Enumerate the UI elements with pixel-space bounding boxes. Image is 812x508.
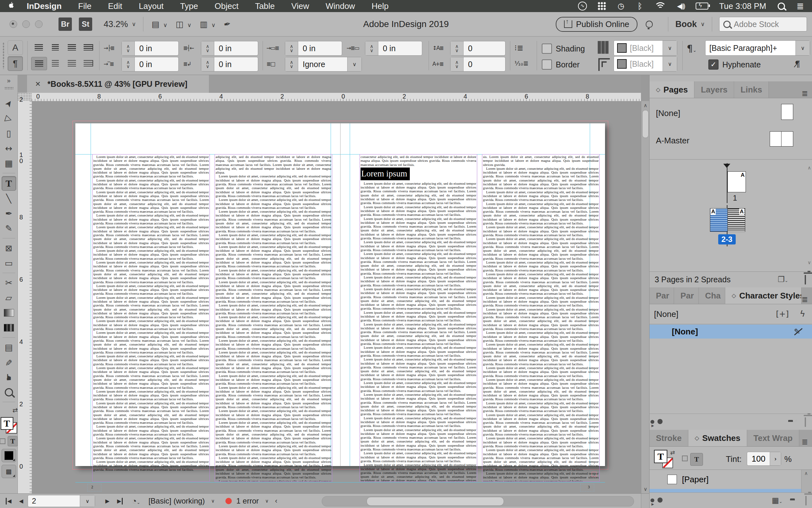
zoom-level-chevron-icon[interactable]: ∨ xyxy=(132,21,136,28)
master-a-right-thumbnail[interactable] xyxy=(781,131,793,146)
previous-page-button[interactable]: ◀ xyxy=(19,498,23,505)
first-line-indent-stepper[interactable]: ∧∨ xyxy=(122,57,135,71)
lightbulb-icon[interactable] xyxy=(646,21,653,28)
align-center-button[interactable] xyxy=(48,41,63,54)
border-corner-icon[interactable] xyxy=(598,58,610,71)
tab-cha[interactable]: Cha xyxy=(699,287,726,304)
scroll-up-icon[interactable]: ∧ xyxy=(641,102,649,109)
apply-color-button[interactable] xyxy=(2,449,16,462)
swap-fill-stroke-icon[interactable]: ⇄ xyxy=(12,406,18,414)
panel-grip[interactable] xyxy=(3,42,4,69)
shading-grid-icon[interactable] xyxy=(598,41,608,54)
align-to-grid-stepper[interactable]: ∧∨ xyxy=(285,57,298,71)
apple-menu[interactable] xyxy=(0,1,18,11)
tab-par[interactable]: Par xyxy=(674,287,698,304)
hyphenate-checkbox-box[interactable]: ✓ xyxy=(708,59,719,70)
space-before-field[interactable]: ∧∨ 0 in xyxy=(285,41,342,56)
pencil-tool[interactable]: ✎ xyxy=(2,221,16,236)
scroll-down-icon[interactable]: ∨ xyxy=(641,486,649,492)
delete-page-icon[interactable] xyxy=(805,275,806,284)
screen-mode-button[interactable]: ▩ xyxy=(2,465,16,478)
drop-cap-lines-stepper[interactable]: ∧∨ xyxy=(451,41,464,55)
bulleted-list-icon[interactable]: ⁝≣ xyxy=(514,44,523,52)
menu-view[interactable]: View xyxy=(283,1,317,11)
paragraph-style-select[interactable]: [Basic Paragraph]+ ∨ xyxy=(705,40,810,56)
drop-cap-lines-field[interactable]: ∧∨ 0 xyxy=(450,41,506,56)
character-formatting-button[interactable]: A xyxy=(8,40,23,55)
menu-table[interactable]: Table xyxy=(247,1,283,11)
battery-icon[interactable]: ϟ xyxy=(696,1,708,11)
tab-pages[interactable]: ◇Pages xyxy=(649,81,694,98)
vertical-scroll-thumb[interactable] xyxy=(642,110,649,138)
align-to-grid-select[interactable]: ∧∨ Ignore ∨ xyxy=(285,57,362,72)
line-tool[interactable]: ╲ xyxy=(2,192,16,206)
book-menu[interactable]: Book xyxy=(675,19,697,29)
text-frame-p3c1[interactable]: consectetur adipiscing elit, sed do eius… xyxy=(359,154,477,481)
drop-cap-chars-stepper[interactable]: ∧∨ xyxy=(451,57,464,71)
shading-checkbox-box[interactable] xyxy=(542,44,552,54)
page-2-thumbnail[interactable]: A xyxy=(710,208,728,232)
scroll-left-icon[interactable]: ‹ xyxy=(275,497,277,505)
swatch-row-paper[interactable]: [Paper] xyxy=(649,470,802,489)
screen-mode-icon[interactable]: ◫∨ xyxy=(176,19,192,29)
hyphenate-checkbox[interactable]: ✓ Hyphenate xyxy=(708,59,761,70)
book-menu-chevron-icon[interactable]: ∨ xyxy=(701,21,705,28)
panel-menu-icon[interactable]: ≣ xyxy=(802,295,812,304)
hand-tool[interactable]: ☛ xyxy=(2,370,16,384)
border-checkbox[interactable]: Border xyxy=(542,59,580,70)
shading-checkbox[interactable]: Shading xyxy=(542,44,585,54)
text-frame-p2c1[interactable]: Lorem ipsum dolor sit amet, consectetur … xyxy=(92,154,210,481)
shading-color-chevron-icon[interactable]: ∨ xyxy=(663,41,677,55)
spotlight-icon[interactable] xyxy=(777,1,785,11)
page-3-thumbnail[interactable]: A xyxy=(727,208,745,232)
zoom-tool[interactable] xyxy=(2,385,16,399)
tint-field[interactable]: 100 › xyxy=(747,452,781,466)
text-frame-p2c2[interactable]: adipiscing elit, sed do eiusmod tempor i… xyxy=(215,154,332,481)
first-page-button[interactable]: ◀ xyxy=(6,498,11,505)
text-frame-p3c2[interactable]: sis. Lorem ipsum dolor sit amet, consect… xyxy=(482,154,600,481)
preflight-profile[interactable]: [Basic] (working) xyxy=(148,497,205,505)
page-number-chevron-icon[interactable]: ∨ xyxy=(80,495,95,507)
document-canvas[interactable]: Lorem ipsum dolor sit amet, consectetur … xyxy=(32,101,641,493)
gap-tool[interactable]: ↔ xyxy=(2,141,16,156)
notification-center-icon[interactable]: ≣ xyxy=(796,1,804,11)
space-after-stepper[interactable]: ∧∨ xyxy=(365,41,378,55)
menu-type[interactable]: Type xyxy=(172,1,206,11)
publish-online-button[interactable]: Publish Online xyxy=(556,17,638,32)
menu-indesign[interactable]: InDesign xyxy=(18,1,70,11)
window-minimize-button[interactable] xyxy=(22,20,30,28)
menu-layout[interactable]: Layout xyxy=(131,1,172,11)
page-1-thumbnail[interactable]: A xyxy=(727,171,746,192)
right-indent-field[interactable]: ∧∨ 0 in xyxy=(201,41,258,56)
justify-all-button[interactable] xyxy=(31,57,47,70)
left-indent-field[interactable]: ∧∨ 0 in xyxy=(122,41,179,56)
tab-layers[interactable]: Layers xyxy=(694,81,734,98)
spread-2-3-label[interactable]: 2-3 xyxy=(718,234,736,245)
page-1-label[interactable]: 1 xyxy=(733,194,737,203)
justify-last-left-button[interactable] xyxy=(81,41,96,54)
master-a-left-thumbnail[interactable] xyxy=(770,131,782,146)
frame-tool[interactable]: ⊠ xyxy=(2,241,16,255)
preflight-chevron-icon[interactable]: ∨ xyxy=(211,498,215,504)
left-indent-stepper[interactable]: ∧∨ xyxy=(122,41,135,55)
paragraph-formatting-button[interactable]: ¶ xyxy=(8,56,23,71)
menu-window[interactable]: Window xyxy=(317,1,363,11)
document-tab[interactable]: × *Books-8.5X11 @ 43% [GPU Preview] xyxy=(27,75,209,93)
scissors-tool[interactable]: ✂ xyxy=(2,276,16,290)
panel-menu-icon[interactable]: ≣ xyxy=(802,437,812,446)
page-number-select[interactable]: 2 ∨ xyxy=(28,495,95,507)
formatting-affects-container-button[interactable] xyxy=(0,438,5,444)
space-before-stepper[interactable]: ∧∨ xyxy=(285,41,298,55)
bluetooth-icon[interactable]: ᛒ xyxy=(636,1,644,11)
window-zoom-button[interactable] xyxy=(35,20,43,28)
style-override-icon[interactable]: [+] xyxy=(776,309,789,319)
style-row-none[interactable]: [None] ✎ xyxy=(649,325,812,339)
next-page-button[interactable]: ▶ xyxy=(105,498,110,505)
border-color-chevron-icon[interactable]: ∨ xyxy=(663,56,677,71)
delete-style-icon[interactable] xyxy=(805,417,806,426)
last-line-indent-stepper[interactable]: ∧∨ xyxy=(201,57,214,71)
affects-text-button[interactable]: T xyxy=(690,453,703,466)
tab-par[interactable]: Par xyxy=(649,287,674,304)
master-a-label[interactable]: A-Master xyxy=(656,136,689,145)
tab-swatches[interactable]: ◇Swatches xyxy=(688,430,747,446)
